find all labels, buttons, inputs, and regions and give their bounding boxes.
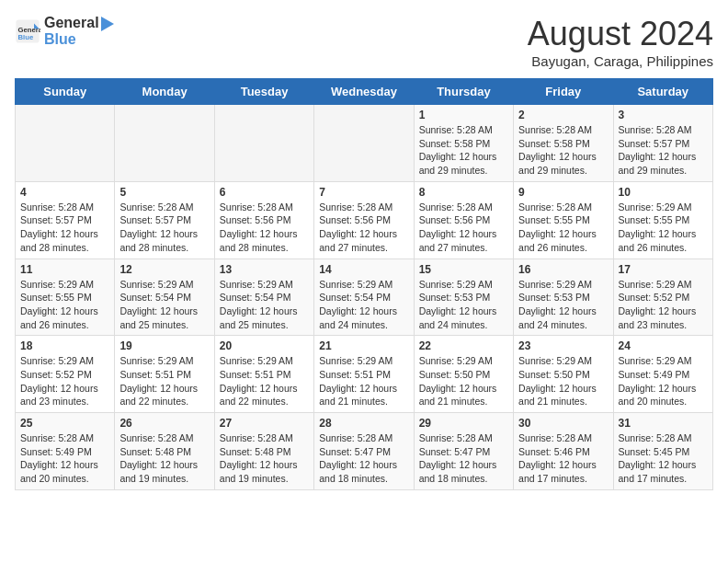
day-info: Sunrise: 5:29 AMSunset: 5:54 PMDaylight:… xyxy=(119,278,209,332)
weekday-header-thursday: Thursday xyxy=(414,79,513,105)
calendar-cell: 3Sunrise: 5:28 AMSunset: 5:57 PMDaylight… xyxy=(613,105,712,182)
day-number: 29 xyxy=(419,417,508,430)
calendar-cell: 28Sunrise: 5:28 AMSunset: 5:47 PMDayligh… xyxy=(314,413,414,490)
calendar-cell: 25Sunrise: 5:28 AMSunset: 5:49 PMDayligh… xyxy=(16,413,115,490)
day-number: 8 xyxy=(419,186,508,199)
calendar-cell: 21Sunrise: 5:29 AMSunset: 5:51 PMDayligh… xyxy=(314,336,414,413)
day-info: Sunrise: 5:28 AMSunset: 5:45 PMDaylight:… xyxy=(619,431,708,486)
day-info: Sunrise: 5:28 AMSunset: 5:47 PMDaylight:… xyxy=(419,431,508,486)
day-info: Sunrise: 5:29 AMSunset: 5:50 PMDaylight:… xyxy=(518,354,608,408)
day-info: Sunrise: 5:28 AMSunset: 5:48 PMDaylight:… xyxy=(220,431,309,486)
day-info: Sunrise: 5:29 AMSunset: 5:54 PMDaylight:… xyxy=(220,278,309,332)
calendar-week-row: 1Sunrise: 5:28 AMSunset: 5:58 PMDaylight… xyxy=(16,105,713,182)
day-info: Sunrise: 5:28 AMSunset: 5:49 PMDaylight:… xyxy=(20,431,109,486)
logo-icon: General Blue xyxy=(15,18,40,44)
day-number: 13 xyxy=(220,263,309,276)
location-subtitle: Bayugan, Caraga, Philippines xyxy=(528,53,713,69)
logo-general-text: General xyxy=(44,15,99,33)
calendar-cell: 5Sunrise: 5:28 AMSunset: 5:57 PMDaylight… xyxy=(115,181,214,259)
weekday-header-friday: Friday xyxy=(514,79,613,105)
calendar-cell: 6Sunrise: 5:28 AMSunset: 5:56 PMDaylight… xyxy=(214,181,313,259)
weekday-header-row: SundayMondayTuesdayWednesdayThursdayFrid… xyxy=(16,79,713,105)
day-info: Sunrise: 5:29 AMSunset: 5:55 PMDaylight:… xyxy=(20,278,109,332)
calendar-cell: 23Sunrise: 5:29 AMSunset: 5:50 PMDayligh… xyxy=(514,336,613,413)
day-info: Sunrise: 5:29 AMSunset: 5:50 PMDaylight:… xyxy=(419,354,508,408)
calendar-cell: 11Sunrise: 5:29 AMSunset: 5:55 PMDayligh… xyxy=(16,259,115,336)
calendar-cell xyxy=(214,105,313,182)
calendar-cell: 27Sunrise: 5:28 AMSunset: 5:48 PMDayligh… xyxy=(214,413,313,490)
logo-arrow-icon xyxy=(99,15,116,33)
day-number: 20 xyxy=(220,339,309,352)
day-info: Sunrise: 5:29 AMSunset: 5:54 PMDaylight:… xyxy=(319,278,408,332)
day-info: Sunrise: 5:29 AMSunset: 5:55 PMDaylight:… xyxy=(619,201,708,255)
day-number: 15 xyxy=(419,263,508,276)
weekday-header-sunday: Sunday xyxy=(16,79,115,105)
page-header: General Blue General Blue August 2024 Ba… xyxy=(15,15,713,69)
calendar-cell: 16Sunrise: 5:29 AMSunset: 5:53 PMDayligh… xyxy=(514,259,613,336)
day-number: 30 xyxy=(518,417,608,430)
day-info: Sunrise: 5:29 AMSunset: 5:49 PMDaylight:… xyxy=(619,354,708,408)
calendar-cell: 8Sunrise: 5:28 AMSunset: 5:56 PMDaylight… xyxy=(414,181,513,259)
calendar-cell: 18Sunrise: 5:29 AMSunset: 5:52 PMDayligh… xyxy=(16,336,115,413)
month-year-title: August 2024 xyxy=(528,15,713,53)
calendar-cell xyxy=(314,105,414,182)
svg-marker-4 xyxy=(101,17,114,31)
day-info: Sunrise: 5:29 AMSunset: 5:52 PMDaylight:… xyxy=(619,278,708,332)
day-number: 14 xyxy=(319,263,408,276)
weekday-header-monday: Monday xyxy=(115,79,214,105)
calendar-cell: 22Sunrise: 5:29 AMSunset: 5:50 PMDayligh… xyxy=(414,336,513,413)
calendar-cell: 20Sunrise: 5:29 AMSunset: 5:51 PMDayligh… xyxy=(214,336,313,413)
day-info: Sunrise: 5:28 AMSunset: 5:57 PMDaylight:… xyxy=(119,201,209,255)
day-info: Sunrise: 5:28 AMSunset: 5:58 PMDaylight:… xyxy=(518,123,608,178)
calendar-week-row: 25Sunrise: 5:28 AMSunset: 5:49 PMDayligh… xyxy=(16,413,713,490)
day-number: 4 xyxy=(20,186,109,199)
logo: General Blue General Blue xyxy=(15,15,116,48)
title-block: August 2024 Bayugan, Caraga, Philippines xyxy=(528,15,713,69)
day-number: 17 xyxy=(619,263,708,276)
calendar-cell: 31Sunrise: 5:28 AMSunset: 5:45 PMDayligh… xyxy=(613,413,712,490)
day-number: 25 xyxy=(20,417,109,430)
weekday-header-wednesday: Wednesday xyxy=(314,79,414,105)
day-info: Sunrise: 5:28 AMSunset: 5:57 PMDaylight:… xyxy=(20,201,109,255)
day-number: 19 xyxy=(119,339,209,352)
svg-text:Blue: Blue xyxy=(18,33,34,41)
day-info: Sunrise: 5:28 AMSunset: 5:57 PMDaylight:… xyxy=(619,123,708,178)
day-info: Sunrise: 5:28 AMSunset: 5:58 PMDaylight:… xyxy=(419,123,508,178)
logo-blue-text: Blue xyxy=(44,31,116,48)
day-info: Sunrise: 5:29 AMSunset: 5:51 PMDaylight:… xyxy=(119,354,209,408)
day-info: Sunrise: 5:28 AMSunset: 5:56 PMDaylight:… xyxy=(220,201,309,255)
day-info: Sunrise: 5:29 AMSunset: 5:53 PMDaylight:… xyxy=(419,278,508,332)
day-info: Sunrise: 5:28 AMSunset: 5:56 PMDaylight:… xyxy=(419,201,508,255)
weekday-header-saturday: Saturday xyxy=(613,79,712,105)
calendar-cell: 10Sunrise: 5:29 AMSunset: 5:55 PMDayligh… xyxy=(613,181,712,259)
day-info: Sunrise: 5:29 AMSunset: 5:52 PMDaylight:… xyxy=(20,354,109,408)
calendar-header: SundayMondayTuesdayWednesdayThursdayFrid… xyxy=(16,79,713,105)
day-info: Sunrise: 5:29 AMSunset: 5:51 PMDaylight:… xyxy=(220,354,309,408)
day-number: 16 xyxy=(518,263,608,276)
day-number: 5 xyxy=(119,186,209,199)
day-number: 24 xyxy=(619,339,708,352)
calendar-table: SundayMondayTuesdayWednesdayThursdayFrid… xyxy=(15,78,713,490)
day-number: 11 xyxy=(20,263,109,276)
day-number: 6 xyxy=(220,186,309,199)
day-number: 9 xyxy=(518,186,608,199)
day-info: Sunrise: 5:28 AMSunset: 5:56 PMDaylight:… xyxy=(319,201,408,255)
day-number: 28 xyxy=(319,417,408,430)
day-number: 2 xyxy=(518,109,608,121)
calendar-cell: 19Sunrise: 5:29 AMSunset: 5:51 PMDayligh… xyxy=(115,336,214,413)
calendar-cell: 30Sunrise: 5:28 AMSunset: 5:46 PMDayligh… xyxy=(514,413,613,490)
day-number: 1 xyxy=(419,109,508,121)
day-number: 22 xyxy=(419,339,508,352)
calendar-cell: 1Sunrise: 5:28 AMSunset: 5:58 PMDaylight… xyxy=(414,105,513,182)
calendar-cell: 26Sunrise: 5:28 AMSunset: 5:48 PMDayligh… xyxy=(115,413,214,490)
day-info: Sunrise: 5:28 AMSunset: 5:48 PMDaylight:… xyxy=(119,431,209,486)
day-number: 10 xyxy=(619,186,708,199)
day-number: 31 xyxy=(619,417,708,430)
calendar-cell: 2Sunrise: 5:28 AMSunset: 5:58 PMDaylight… xyxy=(514,105,613,182)
day-number: 26 xyxy=(119,417,209,430)
calendar-cell xyxy=(16,105,115,182)
day-number: 27 xyxy=(220,417,309,430)
calendar-cell: 13Sunrise: 5:29 AMSunset: 5:54 PMDayligh… xyxy=(214,259,313,336)
day-number: 3 xyxy=(619,109,708,121)
calendar-cell: 7Sunrise: 5:28 AMSunset: 5:56 PMDaylight… xyxy=(314,181,414,259)
